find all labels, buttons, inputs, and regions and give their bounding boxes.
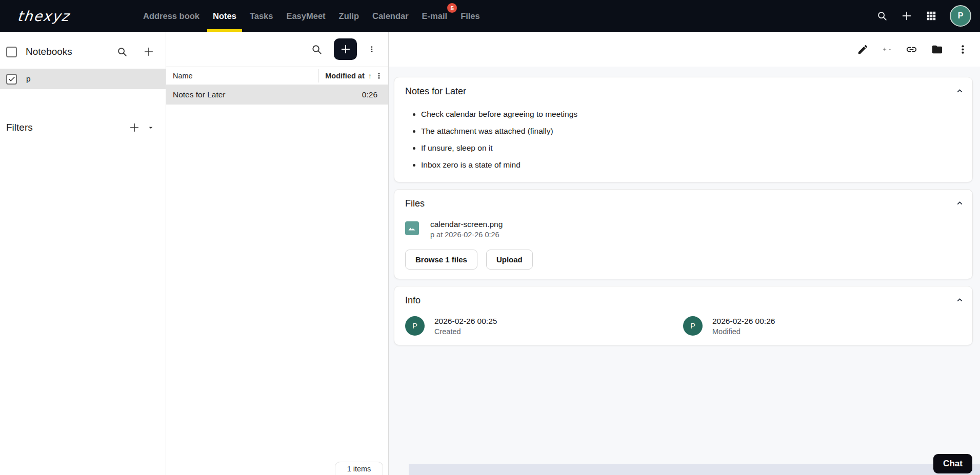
notebooks-header: Notebooks bbox=[0, 32, 166, 69]
chevron-down-icon bbox=[888, 46, 892, 53]
notebooks-search-icon[interactable] bbox=[115, 45, 129, 58]
list-header: Name Modified at ↑ bbox=[166, 67, 388, 85]
creator-avatar: P bbox=[405, 316, 425, 336]
horizontal-scrollbar[interactable] bbox=[409, 464, 980, 475]
files-card: Files calendar-screen.png p at 2026-02-2… bbox=[394, 189, 973, 279]
nav-files[interactable]: Files bbox=[454, 0, 487, 32]
collapse-files-icon[interactable] bbox=[954, 197, 965, 209]
nav-calendar[interactable]: Calendar bbox=[366, 0, 415, 32]
sort-ascending-icon[interactable]: ↑ bbox=[368, 72, 372, 80]
user-avatar[interactable]: P bbox=[950, 5, 971, 27]
info-card-title: Info bbox=[405, 295, 961, 306]
attachment-meta: p at 2026-02-26 0:26 bbox=[430, 231, 503, 239]
filters-dropdown-icon[interactable] bbox=[146, 123, 155, 132]
topbar-actions: P bbox=[876, 5, 980, 27]
nav-address-book[interactable]: Address book bbox=[136, 0, 206, 32]
apps-grid-icon[interactable] bbox=[925, 10, 937, 22]
link-icon[interactable] bbox=[906, 44, 917, 55]
primary-nav: Address book Notes Tasks EasyMeet Zulip … bbox=[136, 0, 487, 32]
note-detail-pane: Notes for Later Check calendar before ag… bbox=[389, 32, 980, 475]
nav-tasks[interactable]: Tasks bbox=[243, 0, 280, 32]
collapse-info-icon[interactable] bbox=[954, 294, 965, 305]
attachment-item[interactable]: calendar-screen.png p at 2026-02-26 0:26 bbox=[405, 220, 961, 239]
browse-files-button[interactable]: Browse 1 files bbox=[405, 250, 477, 270]
add-notebook-icon[interactable] bbox=[142, 45, 155, 58]
column-header-name[interactable]: Name bbox=[173, 72, 318, 80]
more-menu-icon[interactable] bbox=[957, 44, 969, 55]
modifier-avatar: P bbox=[683, 316, 703, 336]
nav-notes[interactable]: Notes bbox=[206, 0, 243, 32]
note-card-title: Notes for Later bbox=[405, 86, 961, 97]
nav-email-label: E-mail bbox=[422, 11, 448, 21]
app-logo[interactable]: thexyz bbox=[16, 8, 70, 24]
collapse-note-icon[interactable] bbox=[954, 85, 965, 96]
search-icon[interactable] bbox=[876, 10, 888, 22]
created-entry: P 2026-02-26 00:25 Created bbox=[405, 316, 683, 336]
note-bullet: The attachment was attached (finally) bbox=[421, 127, 961, 136]
columns-menu-icon[interactable] bbox=[375, 72, 383, 80]
notebooks-select-all-checkbox[interactable] bbox=[6, 47, 17, 57]
column-divider bbox=[318, 69, 319, 82]
note-row-name: Notes for Later bbox=[173, 90, 362, 99]
nav-easymeet[interactable]: EasyMeet bbox=[279, 0, 332, 32]
new-note-button[interactable] bbox=[334, 38, 357, 60]
notes-list-column: Name Modified at ↑ Notes for Later 0:26 … bbox=[166, 32, 389, 475]
created-label: Created bbox=[434, 327, 497, 336]
add-icon[interactable] bbox=[901, 10, 913, 22]
note-row[interactable]: Notes for Later 0:26 bbox=[166, 85, 388, 105]
note-row-modified: 0:26 bbox=[362, 90, 377, 99]
note-bullet: Inbox zero is a state of mind bbox=[421, 160, 961, 170]
add-menu-button[interactable] bbox=[883, 46, 892, 53]
notebook-name: p bbox=[26, 74, 31, 84]
note-card: Notes for Later Check calendar before ag… bbox=[394, 77, 973, 182]
detail-cards: Notes for Later Check calendar before ag… bbox=[389, 67, 980, 345]
main-area: Notebooks p Filters bbox=[0, 32, 980, 475]
note-bullet: Check calendar before agreeing to meetin… bbox=[421, 110, 961, 119]
list-menu-icon[interactable] bbox=[368, 45, 376, 53]
notebooks-sidebar: Notebooks p Filters bbox=[0, 32, 166, 475]
column-header-modified[interactable]: Modified at bbox=[325, 72, 365, 80]
upload-button[interactable]: Upload bbox=[486, 250, 533, 270]
modified-entry: P 2026-02-26 00:26 Modified bbox=[683, 316, 961, 336]
modified-timestamp: 2026-02-26 00:26 bbox=[712, 317, 775, 326]
chat-button[interactable]: Chat bbox=[933, 454, 972, 473]
folder-icon[interactable] bbox=[931, 44, 943, 55]
edit-icon[interactable] bbox=[857, 44, 869, 55]
files-card-title: Files bbox=[405, 198, 961, 209]
items-count: 1 items bbox=[335, 462, 383, 475]
detail-toolbar bbox=[389, 32, 980, 67]
notebook-item-p[interactable]: p bbox=[0, 69, 166, 89]
info-card: Info P 2026-02-26 00:25 Created P bbox=[394, 286, 973, 345]
add-filter-icon[interactable] bbox=[128, 121, 141, 134]
list-toolbar bbox=[166, 32, 388, 67]
notebooks-title: Notebooks bbox=[26, 46, 72, 57]
created-timestamp: 2026-02-26 00:25 bbox=[434, 317, 497, 326]
filters-header: Filters bbox=[0, 121, 166, 134]
nav-email[interactable]: E-mail 5 bbox=[415, 0, 454, 32]
image-file-icon bbox=[405, 221, 419, 235]
nav-zulip[interactable]: Zulip bbox=[332, 0, 366, 32]
top-bar: thexyz Address book Notes Tasks EasyMeet… bbox=[0, 0, 980, 32]
modified-label: Modified bbox=[712, 327, 775, 336]
attachment-name: calendar-screen.png bbox=[430, 220, 503, 229]
notebook-checkbox[interactable] bbox=[6, 74, 17, 85]
note-bullet: If unsure, sleep on it bbox=[421, 143, 961, 153]
filters-title: Filters bbox=[6, 122, 33, 133]
list-search-icon[interactable] bbox=[310, 43, 323, 56]
note-bullet-list: Check calendar before agreeing to meetin… bbox=[405, 110, 961, 170]
